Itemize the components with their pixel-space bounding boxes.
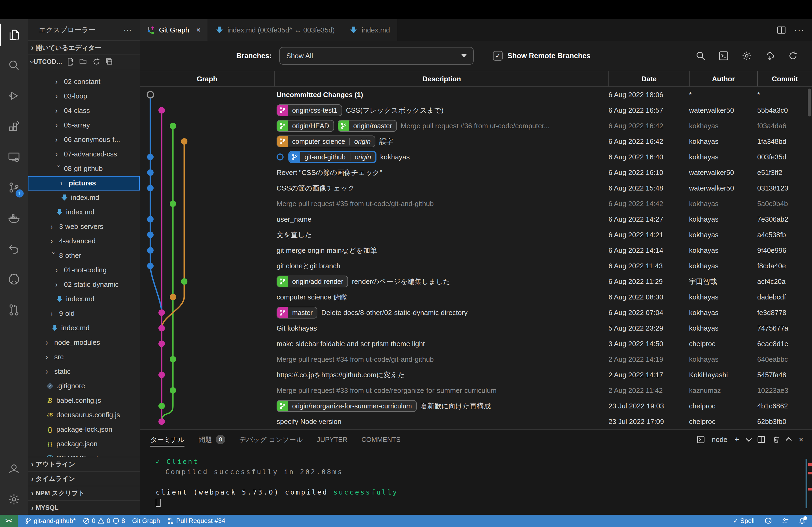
pull-request-status-item[interactable]: Pull Request #34 (167, 517, 225, 525)
search-activity-item[interactable] (0, 50, 28, 80)
panel-tab-問題[interactable]: 問題8 (199, 430, 225, 449)
tree-item-3-web-servers[interactable]: ›3-web-servers (28, 220, 140, 234)
git-graph-status-item[interactable]: Git Graph (132, 517, 160, 525)
timeline-section[interactable]: ›タイムライン (28, 471, 140, 486)
tree-item-babel-config-js[interactable]: Bbabel.config.js (28, 393, 140, 408)
mysql-section[interactable]: ›MYSQL (28, 500, 140, 515)
tree-item-readme-md[interactable]: iREADME.md (28, 451, 140, 457)
tree-item-8-other[interactable]: ›8-other (28, 249, 140, 263)
split-terminal-icon[interactable] (757, 436, 765, 443)
run-debug-activity-item[interactable] (0, 80, 28, 111)
tree-item-index-md[interactable]: index.md (28, 292, 140, 306)
column-header-graph[interactable]: Graph (140, 71, 274, 86)
problems-status-item[interactable]: 0 0 8 (83, 517, 125, 525)
branch-label[interactable]: origin/reorganize-for-summer-curriculum (277, 400, 417, 412)
close-panel-icon[interactable]: × (799, 435, 803, 444)
branch-label[interactable]: git-and-githuborigin (288, 151, 376, 163)
source-control-activity-item[interactable]: 1 (0, 172, 28, 203)
new-file-icon[interactable] (67, 58, 75, 66)
explorer-activity-item[interactable] (0, 19, 28, 50)
panel-tab-JUPYTER[interactable]: JUPYTER (317, 430, 347, 449)
table-scrollbar[interactable] (808, 89, 811, 117)
split-editor-icon[interactable] (777, 26, 786, 34)
tree-item-package-lock-json[interactable]: {}package-lock.json (28, 422, 140, 437)
branch-label[interactable]: origin/add-render (277, 275, 348, 287)
tree-item-docusaurus-config-js[interactable]: JSdocusaurus.config.js (28, 408, 140, 422)
panel-tab-ターミナル[interactable]: ターミナル (150, 430, 185, 449)
maximize-panel-icon[interactable] (786, 437, 792, 443)
branch-label[interactable]: origin/HEAD (277, 120, 334, 132)
search-icon[interactable] (695, 51, 706, 61)
workspace-section-header[interactable]: › UTCOD... (28, 55, 140, 69)
new-terminal-icon[interactable]: + (735, 435, 739, 444)
branch-label[interactable]: origin/master (338, 120, 397, 132)
panel-tab-COMMENTS[interactable]: COMMENTS (361, 430, 401, 449)
tree-item-index-md[interactable]: index.md (28, 191, 140, 205)
branch-status-item[interactable]: git-and-github* (25, 517, 76, 525)
tree-item-01-inspector[interactable]: ›01-inspector (28, 69, 140, 75)
column-header-author[interactable]: Author (689, 71, 757, 86)
feedback-status-item[interactable] (782, 517, 789, 524)
remote-indicator[interactable]: >< (0, 515, 18, 527)
tree-item-07-advanced-css[interactable]: ›07-advanced-css (28, 147, 140, 162)
account-activity-item[interactable] (0, 453, 28, 484)
column-header-date[interactable]: Date (608, 71, 689, 86)
tree-item-index-md[interactable]: index.md (28, 205, 140, 220)
tab-index-md-003fe35d-003fe35d-[interactable]: index.md (003fe35d^ ↔ 003fe35d) (208, 19, 342, 41)
branches-dropdown[interactable]: Show All (279, 47, 474, 65)
github-activity-item[interactable] (0, 264, 28, 295)
npm-scripts-section[interactable]: ›NPM スクリプト (28, 486, 140, 500)
tree-item-02-static-dynamic[interactable]: ›02-static-dynamic (28, 277, 140, 292)
tree-item-04-class[interactable]: ›04-class (28, 104, 140, 118)
pull-request-activity-item[interactable] (0, 295, 28, 325)
terminal-scrollbar[interactable] (806, 459, 807, 508)
outline-section[interactable]: ›アウトライン (28, 457, 140, 471)
tree-item-node-modules[interactable]: ›node_modules (28, 335, 140, 350)
tree-item-src[interactable]: ›src (28, 350, 140, 364)
collapse-all-icon[interactable] (105, 58, 113, 66)
branch-label[interactable]: origin/css-test1 (277, 104, 342, 116)
refresh-icon[interactable] (788, 51, 798, 61)
terminal-output[interactable]: ✓ ClientCompiled successfully in 202.08m… (140, 449, 812, 508)
tree-item-06-anonymous-f-[interactable]: ›06-anonymous-f... (28, 133, 140, 147)
cloud-download-icon[interactable] (765, 51, 775, 61)
show-remote-branches-checkbox[interactable]: ✓ (493, 51, 503, 61)
extensions-activity-item[interactable] (0, 111, 28, 142)
column-header-description[interactable]: Description (274, 71, 608, 86)
sidebar-more-actions-icon[interactable]: ··· (124, 26, 132, 34)
tree-item-4-advanced[interactable]: ›4-advanced (28, 234, 140, 249)
tab-index-md[interactable]: index.md (342, 19, 398, 41)
branch-label[interactable]: computer-scienceorigin (277, 136, 375, 147)
gear-icon[interactable] (742, 51, 752, 61)
spell-status-item[interactable]: ✓ Spell (733, 517, 755, 525)
kill-terminal-icon[interactable] (772, 436, 780, 443)
terminal-dropdown-icon[interactable] (746, 436, 752, 442)
copilot-status-item[interactable] (764, 517, 772, 525)
tree-item-02-constant[interactable]: ›02-constant (28, 75, 140, 89)
shell-label[interactable]: node (712, 436, 727, 444)
tree-item-static[interactable]: ›static (28, 364, 140, 379)
tab-close-icon[interactable]: × (196, 26, 201, 34)
remote-explorer-activity-item[interactable] (0, 142, 28, 172)
new-folder-icon[interactable] (79, 58, 88, 66)
tree-item-08-git-github[interactable]: ›08-git-github (28, 162, 140, 176)
refresh-icon[interactable] (92, 58, 100, 66)
more-actions-icon[interactable]: ··· (794, 25, 804, 35)
column-header-commit[interactable]: Commit (757, 71, 812, 86)
terminal-icon[interactable] (719, 51, 729, 61)
undo-activity-item[interactable] (0, 234, 28, 264)
tree-item-index-md[interactable]: index.md (28, 321, 140, 335)
docker-activity-item[interactable] (0, 203, 28, 234)
open-editors-section[interactable]: › 開いているエディター (28, 40, 140, 55)
tree-item-01-not-coding[interactable]: ›01-not-coding (28, 263, 140, 277)
tree-item-package-json[interactable]: {}package.json (28, 437, 140, 451)
tree-item-pictures[interactable]: ›pictures (28, 176, 140, 191)
tree-item-9-old[interactable]: ›9-old (28, 306, 140, 321)
settings-activity-item[interactable] (0, 484, 28, 515)
panel-tab-デバッグ-コンソール[interactable]: デバッグ コンソール (239, 430, 303, 449)
tab-git-graph[interactable]: Git Graph× (140, 19, 208, 41)
tree-item--gitignore[interactable]: .gitignore (28, 379, 140, 393)
notifications-status-item[interactable] (799, 517, 806, 524)
tree-item-05-array[interactable]: ›05-array (28, 118, 140, 133)
tree-item-03-loop[interactable]: ›03-loop (28, 89, 140, 104)
